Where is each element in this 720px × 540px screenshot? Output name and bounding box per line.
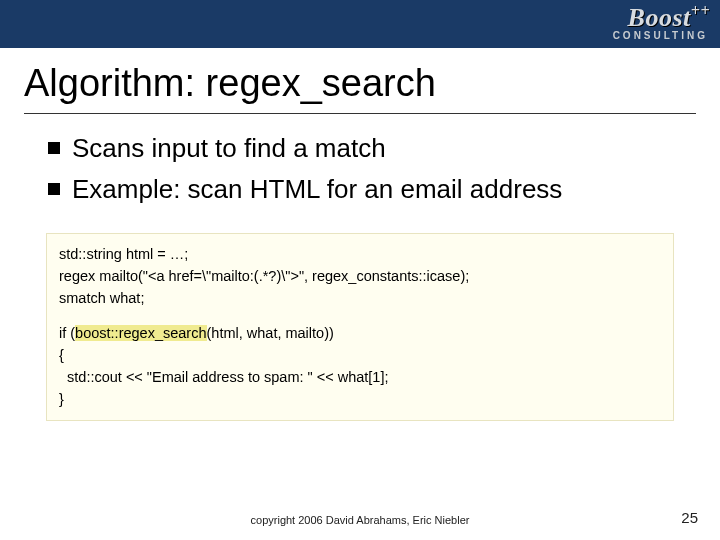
- code-block: if (boost::regex_search(html, what, mail…: [59, 323, 661, 410]
- code-line: if (boost::regex_search(html, what, mail…: [59, 323, 661, 345]
- logo: Boost++: [628, 2, 710, 33]
- title-rule: [24, 113, 696, 114]
- bullet-item: Scans input to find a match: [48, 132, 692, 165]
- page-number: 25: [681, 509, 698, 526]
- highlight-inner: boost::regex_search: [75, 325, 206, 341]
- logo-text: Boost: [628, 3, 691, 32]
- code-line: std::cout << "Email address to spam: " <…: [59, 367, 661, 389]
- slide-title: Algorithm: regex_search: [0, 48, 720, 113]
- code-line: {: [59, 345, 661, 367]
- code-block: std::string html = …; regex mailto("<a h…: [59, 244, 661, 309]
- bullet-list: Scans input to find a match Example: sca…: [0, 132, 720, 205]
- code-line: }: [59, 389, 661, 411]
- slide: { "logo": { "main": "Boost", "plus": "++…: [0, 0, 720, 540]
- header-banner: Boost++ CONSULTING: [0, 0, 720, 48]
- code-line: std::string html = …;: [59, 244, 661, 266]
- logo-subtitle: CONSULTING: [613, 30, 708, 41]
- code-line: smatch what;: [59, 288, 661, 310]
- logo-plus: ++: [691, 2, 710, 19]
- code-line: regex mailto("<a href=\"mailto:(.*?)\">"…: [59, 266, 661, 288]
- footer-copyright: copyright 2006 David Abrahams, Eric Nieb…: [0, 514, 720, 526]
- bullet-item: Example: scan HTML for an email address: [48, 173, 692, 206]
- highlight: boost::regex_search: [75, 325, 206, 341]
- code-box: std::string html = …; regex mailto("<a h…: [46, 233, 674, 421]
